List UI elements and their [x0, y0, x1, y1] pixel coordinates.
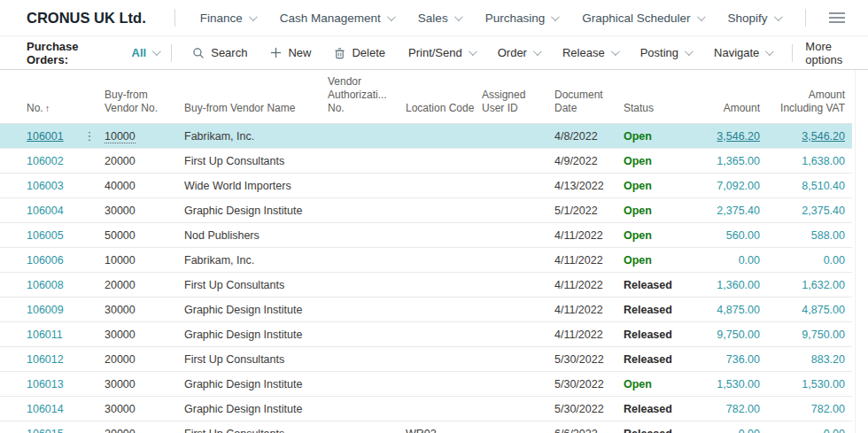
order-no-link[interactable]: 106008 [27, 279, 64, 291]
amount-incl-vat-link[interactable]: 1,530.00 [802, 378, 845, 390]
column-header-vendor-name[interactable]: Buy-from Vendor Name [184, 70, 328, 124]
amount-link[interactable]: 7,092.00 [717, 180, 760, 192]
order-no-link[interactable]: 106012 [27, 353, 64, 366]
more-options-button[interactable]: More options [805, 40, 868, 66]
cell-no[interactable]: 106013 [0, 372, 81, 397]
column-header-no[interactable]: No.↑ [0, 70, 81, 124]
amount-link[interactable]: 2,375.40 [717, 205, 760, 217]
order-no-link[interactable]: 106013 [27, 378, 64, 390]
cell-no[interactable]: 106003 [0, 174, 81, 198]
table-row[interactable]: 10600430000Graphic Design Institute5/1/2… [0, 198, 852, 223]
amount-incl-vat-link[interactable]: 782.00 [811, 403, 845, 415]
delete-button[interactable]: Delete [334, 46, 385, 59]
cell-amount[interactable]: 9,750.00 [691, 322, 767, 347]
order-no-link[interactable]: 106014 [27, 403, 64, 415]
cell-amount[interactable]: 1,530.00 [691, 372, 767, 397]
amount-link[interactable]: 1,530.00 [717, 378, 760, 390]
amount-link[interactable]: 736.00 [726, 353, 760, 366]
order-no-link[interactable]: 106002 [27, 155, 64, 167]
column-header-status[interactable]: Status [624, 70, 691, 124]
amount-incl-vat-link[interactable]: 1,632.00 [802, 279, 845, 291]
amount-link[interactable]: 4,875.00 [717, 304, 760, 316]
table-row[interactable]: 10601430000Graphic Design Institute5/30/… [0, 397, 852, 421]
column-header-assigned-user-id[interactable]: Assigned User ID [482, 70, 554, 124]
menu-icon[interactable] [829, 10, 845, 26]
cell-no[interactable]: 106004 [0, 198, 81, 223]
cell-amount-incl-vat[interactable]: 588.00 [767, 223, 852, 248]
amount-link[interactable]: 1,365.00 [717, 155, 760, 167]
nav-item-cash-management[interactable]: Cash Management [280, 12, 393, 25]
release-menu[interactable]: Release [562, 46, 617, 59]
cell-no[interactable]: 106015 [0, 421, 81, 433]
column-header-vendor-no[interactable]: Buy-from Vendor No. [105, 70, 184, 124]
cell-amount-incl-vat[interactable]: 1,632.00 [767, 273, 852, 298]
nav-item-finance[interactable]: Finance [200, 12, 255, 25]
amount-incl-vat-link[interactable]: 9,750.00 [802, 329, 845, 341]
order-no-link[interactable]: 106003 [27, 180, 64, 192]
amount-incl-vat-link[interactable]: 2,375.40 [802, 205, 845, 217]
cell-amount[interactable]: 2,375.40 [691, 198, 767, 223]
amount-incl-vat-link[interactable]: 883.20 [811, 353, 845, 366]
order-no-link[interactable]: 106011 [27, 329, 63, 341]
amount-link[interactable]: 782.00 [726, 403, 760, 415]
table-row[interactable]: 10600220000First Up Consultants4/9/2022O… [0, 149, 852, 174]
table-row[interactable]: 10601520000First Up ConsultantsWR026/6/2… [0, 421, 852, 433]
amount-incl-vat-link[interactable]: 4,875.00 [802, 304, 845, 316]
amount-incl-vat-link[interactable]: 8,510.40 [802, 180, 845, 192]
amount-link[interactable]: 1,360.00 [717, 279, 760, 291]
table-row[interactable]: 10600930000Graphic Design Institute4/11/… [0, 298, 852, 322]
cell-no[interactable]: 106009 [0, 298, 81, 322]
order-no-link[interactable]: 106006 [27, 254, 64, 267]
filter-dropdown[interactable]: All [132, 46, 159, 59]
table-row[interactable]: 106001⋮10000Fabrikam, Inc.4/8/2022Open3,… [0, 124, 852, 149]
cell-amount-incl-vat[interactable]: 0.00 [767, 421, 852, 433]
amount-link[interactable]: 0.00 [739, 428, 760, 433]
cell-amount[interactable]: 0.00 [691, 248, 767, 273]
cell-no[interactable]: 106005 [0, 223, 81, 248]
amount-incl-vat-link[interactable]: 0.00 [824, 254, 845, 267]
amount-link[interactable]: 0.00 [739, 254, 760, 267]
table-row[interactable]: 10600610000Fabrikam, Inc.4/11/2022Open0.… [0, 248, 852, 273]
cell-amount-incl-vat[interactable]: 2,375.40 [767, 198, 852, 223]
cell-amount[interactable]: 560.00 [691, 223, 767, 248]
cell-amount[interactable]: 3,546.20 [691, 124, 767, 149]
column-header-location-code[interactable]: Location Code [406, 70, 482, 124]
amount-link[interactable]: 9,750.00 [717, 329, 760, 341]
row-options-icon[interactable]: ⋮ [84, 129, 96, 143]
order-no-link[interactable]: 106005 [27, 229, 64, 242]
cell-no[interactable]: 106008 [0, 273, 81, 298]
cell-no[interactable]: 106014 [0, 397, 81, 421]
nav-item-graphical-scheduler[interactable]: Graphical Scheduler [582, 12, 702, 25]
nav-item-sales[interactable]: Sales [418, 12, 461, 25]
new-button[interactable]: New [270, 46, 311, 59]
nav-item-purchasing[interactable]: Purchasing [485, 12, 558, 25]
column-header-amount-incl-vat[interactable]: Amount Including VAT [767, 70, 852, 124]
cell-no[interactable]: 106001 [0, 124, 81, 149]
table-row[interactable]: 10600550000Nod Publishers4/11/2022Open56… [0, 223, 852, 248]
navigate-menu[interactable]: Navigate [714, 46, 771, 59]
cell-no[interactable]: 106012 [0, 347, 81, 372]
cell-amount-incl-vat[interactable]: 782.00 [767, 397, 852, 421]
amount-incl-vat-link[interactable]: 588.00 [811, 229, 845, 242]
table-row[interactable]: 10601220000First Up Consultants5/30/2022… [0, 347, 852, 372]
cell-amount[interactable]: 782.00 [691, 397, 767, 421]
cell-amount-incl-vat[interactable]: 0.00 [767, 248, 852, 273]
column-header-document-date[interactable]: Document Date [554, 70, 624, 124]
cell-amount-incl-vat[interactable]: 9,750.00 [767, 322, 852, 347]
order-no-link[interactable]: 106009 [27, 304, 64, 316]
table-row[interactable]: 10600820000First Up Consultants4/11/2022… [0, 273, 852, 298]
cell-amount[interactable]: 736.00 [691, 347, 767, 372]
cell-amount-incl-vat[interactable]: 8,510.40 [767, 174, 852, 198]
order-no-link[interactable]: 106001 [27, 130, 64, 143]
cell-amount-incl-vat[interactable]: 883.20 [767, 347, 852, 372]
nav-item-shopify[interactable]: Shopify [728, 12, 780, 25]
amount-link[interactable]: 3,546.20 [717, 130, 760, 143]
column-header-amount[interactable]: Amount [691, 70, 767, 124]
table-row[interactable]: 10601130000Graphic Design Institute4/11/… [0, 322, 852, 347]
cell-amount[interactable]: 0.00 [691, 421, 767, 433]
cell-amount[interactable]: 7,092.00 [691, 174, 767, 198]
cell-no[interactable]: 106006 [0, 248, 81, 273]
cell-amount[interactable]: 1,360.00 [691, 273, 767, 298]
posting-menu[interactable]: Posting [640, 46, 691, 59]
cell-amount-incl-vat[interactable]: 1,638.00 [767, 149, 852, 174]
